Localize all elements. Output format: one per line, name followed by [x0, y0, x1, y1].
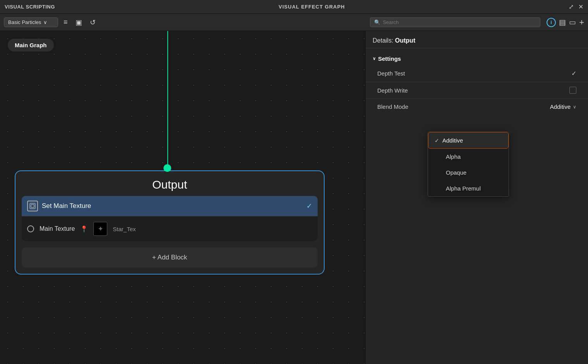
texture-block-icon [29, 203, 36, 209]
settings-section: ∨ Settings Depth Test ✓ Depth Write Blen… [366, 48, 588, 118]
search-icon: 🔍 [374, 19, 380, 25]
toolbar-right-icons: i ▤ ▭ + [547, 17, 584, 27]
depth-test-check-icon[interactable]: ✓ [571, 70, 576, 77]
search-input[interactable] [383, 19, 536, 25]
layout-button[interactable]: ▣ [73, 17, 84, 28]
blend-mode-row: Blend Mode Additive ∨ [366, 99, 588, 115]
chevron-down-icon: ∨ [43, 19, 47, 25]
depth-write-row: Depth Write [366, 82, 588, 99]
output-node: Output Set Main Texture ✓ Main Texture [15, 170, 325, 275]
dropdown-alpha-label: Alpha [446, 153, 461, 160]
pin-icon: 📍 [80, 225, 88, 233]
expand-icon[interactable]: ⤢ [569, 3, 574, 10]
search-bar[interactable]: 🔍 [370, 17, 540, 27]
file-icon[interactable]: ▭ [569, 18, 576, 27]
block-icon [27, 201, 38, 211]
dropdown-item-additive[interactable]: ✓ Additive [428, 132, 509, 149]
app-title: VISUAL SCRIPTING [5, 4, 55, 10]
block-title: Set Main Texture [42, 202, 303, 210]
menu-button[interactable]: ≡ [61, 17, 70, 28]
blend-mode-dropdown-trigger[interactable]: Additive ∨ [550, 103, 576, 110]
title-bar: VISUAL SCRIPTING VISUAL EFFECT GRAPH ⤢ ✕ [0, 0, 588, 14]
window-controls: ⤢ ✕ [569, 3, 583, 10]
blend-mode-value-text: Additive [550, 103, 571, 110]
texture-preview-icon: ✦ [98, 225, 103, 233]
settings-chevron-icon: ∨ [373, 56, 376, 61]
dropdown-item-opaque[interactable]: Opaque [428, 165, 509, 180]
graph-selector-label: Basic Particles [8, 19, 41, 25]
notes-icon[interactable]: ▤ [559, 18, 566, 27]
block-body: Main Texture 📍 ✦ Star_Tex [22, 216, 318, 241]
texture-name: Star_Tex [113, 226, 136, 232]
details-panel: Details: Output ∨ Settings Depth Test ✓ … [365, 31, 588, 364]
depth-write-checkbox[interactable] [569, 87, 576, 94]
block-header: Set Main Texture ✓ [22, 196, 318, 216]
blend-mode-label: Blend Mode [377, 103, 408, 110]
depth-write-label: Depth Write [377, 87, 408, 94]
details-label: Details: [373, 37, 395, 44]
graph-canvas[interactable]: Main Graph Output Set Main Texture ✓ [0, 31, 365, 364]
graph-selector-dropdown[interactable]: Basic Particles ∨ [4, 17, 58, 27]
main-layout: Main Graph Output Set Main Texture ✓ [0, 31, 588, 364]
svg-rect-0 [30, 203, 35, 209]
dropdown-check-icon: ✓ [435, 137, 439, 144]
main-graph-label: Main Graph [8, 39, 54, 52]
connection-line [167, 31, 168, 167]
toolbar: Basic Particles ∨ ≡ ▣ ↺ 🔍 i ▤ ▭ + [0, 14, 588, 31]
info-icon[interactable]: i [547, 18, 556, 27]
settings-title-label: Settings [378, 55, 401, 62]
refresh-button[interactable]: ↺ [88, 17, 98, 28]
texture-preview: ✦ [93, 222, 107, 236]
dropdown-alpha-premul-label: Alpha Premul [446, 185, 481, 192]
dropdown-additive-label: Additive [442, 137, 463, 144]
depth-test-label: Depth Test [377, 70, 405, 77]
details-header: Details: Output [366, 31, 588, 48]
output-block: Set Main Texture ✓ Main Texture 📍 ✦ Star… [22, 196, 318, 241]
add-block-button[interactable]: + Add Block [22, 247, 318, 268]
blend-mode-dropdown-menu: ✓ Additive Alpha Opaque Alpha Premul [428, 132, 509, 197]
connection-dot [163, 164, 171, 172]
depth-test-row: Depth Test ✓ [366, 65, 588, 82]
svg-rect-1 [31, 204, 34, 208]
window-title: VISUAL EFFECT GRAPH [279, 4, 345, 10]
dropdown-opaque-label: Opaque [446, 169, 466, 176]
dropdown-item-alpha[interactable]: Alpha [428, 149, 509, 165]
blend-mode-chevron-icon: ∨ [573, 104, 576, 110]
close-icon[interactable]: ✕ [578, 3, 583, 10]
dropdown-item-alpha-premul[interactable]: Alpha Premul [428, 180, 509, 196]
texture-circle-icon [27, 225, 34, 232]
output-title: Output [15, 171, 324, 196]
details-value: Output [395, 37, 415, 44]
settings-title[interactable]: ∨ Settings [366, 52, 588, 65]
add-icon[interactable]: + [579, 17, 584, 27]
block-check-icon: ✓ [306, 202, 312, 210]
main-texture-label: Main Texture [40, 225, 75, 232]
